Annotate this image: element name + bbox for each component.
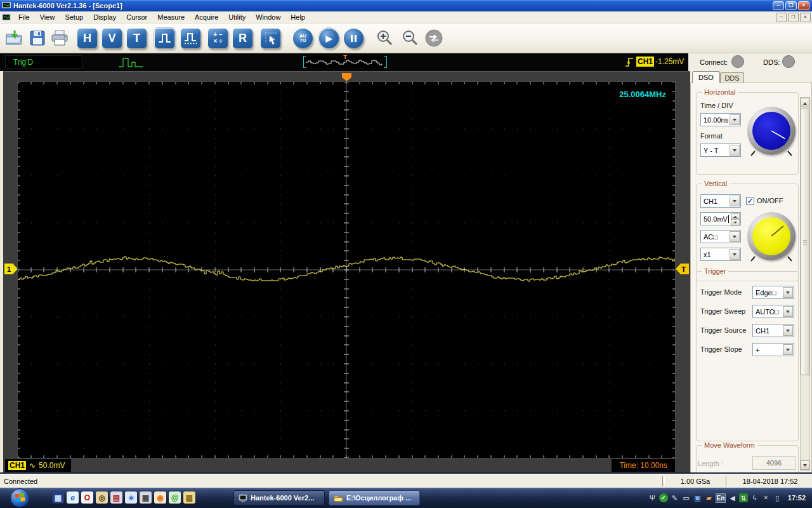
math-button[interactable]: + − × ÷ (208, 29, 228, 48)
mdi-minimize-button[interactable]: ─ (776, 13, 787, 22)
graphics-app[interactable]: ∗ (125, 491, 137, 504)
tab-dso[interactable]: DSO (692, 71, 720, 83)
volume-icon[interactable]: ◀ (728, 493, 737, 503)
menu-display[interactable]: Display (88, 12, 121, 22)
time-div-select[interactable]: 10.00ns (700, 113, 741, 126)
language-indicator[interactable]: En (716, 493, 726, 503)
power-icon[interactable]: ϟ (750, 493, 759, 503)
reference-button[interactable]: R (233, 29, 252, 48)
battery-icon[interactable]: ▯ (773, 493, 782, 503)
channel-select[interactable]: CH1 (700, 194, 741, 208)
internet-explorer[interactable]: e (67, 491, 79, 504)
channel1-level-marker[interactable]: 1 (4, 264, 18, 274)
trigger-level-marker[interactable]: T (676, 264, 689, 274)
trigger-source-select[interactable]: CH1 (752, 324, 794, 337)
chevron-down-icon[interactable] (730, 231, 740, 242)
print-button[interactable] (51, 30, 69, 46)
probe-select[interactable]: x1 (700, 248, 741, 261)
display-error-icon[interactable]: ▭ (681, 493, 691, 503)
menu-file[interactable]: File (13, 12, 35, 22)
chat-app[interactable]: @ (169, 491, 181, 504)
onoff-checkbox[interactable] (746, 197, 754, 205)
horizontal-knob[interactable] (747, 107, 796, 155)
text-caret (728, 215, 729, 223)
autoset-button[interactable]: AUTO (293, 29, 313, 48)
show-desktop[interactable]: ▦ (52, 491, 64, 504)
waveform-normal-button[interactable] (155, 29, 174, 48)
backup-utility[interactable]: ▤ (110, 491, 122, 504)
archive-app[interactable]: ▨ (183, 491, 195, 504)
sidebar-scrollbar[interactable] (800, 97, 810, 471)
spin-up-icon[interactable] (731, 213, 740, 219)
sync-icon[interactable]: ⇅ (739, 493, 748, 502)
trigger-slope-select[interactable]: + (752, 343, 794, 356)
zoom-out-button[interactable] (400, 29, 419, 48)
menu-setup[interactable]: Setup (60, 12, 88, 22)
usb-storage-icon[interactable]: ▰ (704, 493, 714, 503)
chevron-down-icon[interactable] (730, 196, 740, 206)
trigger-slope-icon (625, 56, 634, 69)
chevron-down-icon[interactable] (783, 325, 793, 336)
volts-div-spinner[interactable]: 50.0mV (700, 212, 741, 225)
trigger-position-marker[interactable] (342, 73, 351, 81)
vertical-knob[interactable] (747, 212, 796, 260)
chevron-down-icon[interactable] (730, 114, 740, 125)
horizontal-panel-button[interactable]: H (77, 29, 97, 48)
chevron-down-icon[interactable] (783, 287, 793, 298)
menu-window[interactable]: Window (251, 12, 285, 22)
menu-utility[interactable]: Utility (223, 12, 251, 22)
graticule[interactable]: 25.0064MHz (17, 81, 676, 458)
chevron-down-icon[interactable] (783, 344, 793, 355)
save-button[interactable] (29, 30, 46, 46)
self-calibration-button[interactable] (424, 29, 443, 48)
coupling-select[interactable]: AC□ (700, 230, 741, 243)
open-file-button[interactable] (5, 29, 24, 47)
waveform-reference-button[interactable] (181, 29, 200, 48)
taskbar-window-hantek[interactable]: Hantek-6000 Ver2... (233, 490, 325, 505)
vertical-panel-button[interactable]: V (102, 29, 122, 48)
mdi-close-button[interactable]: ✕ (800, 13, 811, 22)
safely-remove-icon[interactable]: ✕ (761, 493, 771, 503)
maximize-button[interactable]: ❐ (785, 1, 797, 10)
opera-browser[interactable]: O (81, 491, 93, 504)
chevron-down-icon[interactable] (783, 306, 793, 317)
taskbar-window-explorer[interactable]: E:\Осциллограф ... (329, 490, 420, 505)
system-tray: Ψ ✔ ✎ ▭ ▣ ▰ En ◀ ⇅ ϟ ✕ ▯ 17:52 (648, 488, 812, 508)
waveform-preview[interactable]: T (303, 56, 387, 68)
menu-help[interactable]: Help (285, 12, 310, 22)
wireless-network-icon[interactable]: Ψ (648, 493, 657, 503)
trigger-sweep-select[interactable]: AUTO□ (752, 305, 794, 318)
tab-dds[interactable]: DDS (720, 72, 744, 83)
scrollbar-thumb[interactable] (801, 109, 809, 375)
scroll-down-icon[interactable] (801, 460, 809, 470)
menu-view[interactable]: View (35, 12, 60, 22)
scroll-up-icon[interactable] (801, 98, 809, 107)
close-button[interactable]: ✕ (798, 1, 809, 10)
cursor-measure-button[interactable] (261, 29, 280, 48)
zoom-in-button[interactable] (375, 29, 394, 48)
pause-button[interactable] (344, 29, 363, 48)
minimize-button[interactable]: ─ (773, 1, 784, 10)
media-player-app[interactable]: ◉ (154, 491, 166, 504)
taskbar: ▦ e O ◎ ▤ ∗ ▦ ◉ @ ▨ Hantek-6000 Ver2... … (0, 488, 812, 508)
search-utility[interactable]: ◎ (96, 491, 108, 504)
run-button[interactable]: ▶ (319, 29, 339, 48)
trigger-panel-button[interactable]: T (127, 29, 147, 48)
antivirus-icon[interactable]: ✔ (659, 493, 668, 502)
menu-measure[interactable]: Measure (152, 12, 190, 22)
start-button[interactable] (10, 488, 29, 507)
trigger-title: Trigger (702, 267, 728, 275)
calculator-app[interactable]: ▦ (140, 491, 152, 504)
spin-down-icon[interactable] (731, 219, 740, 226)
menu-cursor[interactable]: Cursor (121, 12, 152, 22)
format-select[interactable]: Y - T (700, 144, 741, 157)
tablet-pen-icon[interactable]: ✎ (670, 493, 679, 503)
mdi-restore-button[interactable]: ❐ (788, 13, 799, 22)
chevron-down-icon[interactable] (730, 145, 740, 156)
dual-display-icon[interactable]: ▣ (693, 493, 702, 503)
folder-icon (334, 494, 343, 502)
trigger-mode-select[interactable]: Edge□ (752, 286, 794, 299)
menu-acquire[interactable]: Acquire (190, 12, 223, 22)
menu-bar: File View Setup Display Cursor Measure A… (0, 11, 812, 23)
chevron-down-icon[interactable] (730, 249, 740, 260)
